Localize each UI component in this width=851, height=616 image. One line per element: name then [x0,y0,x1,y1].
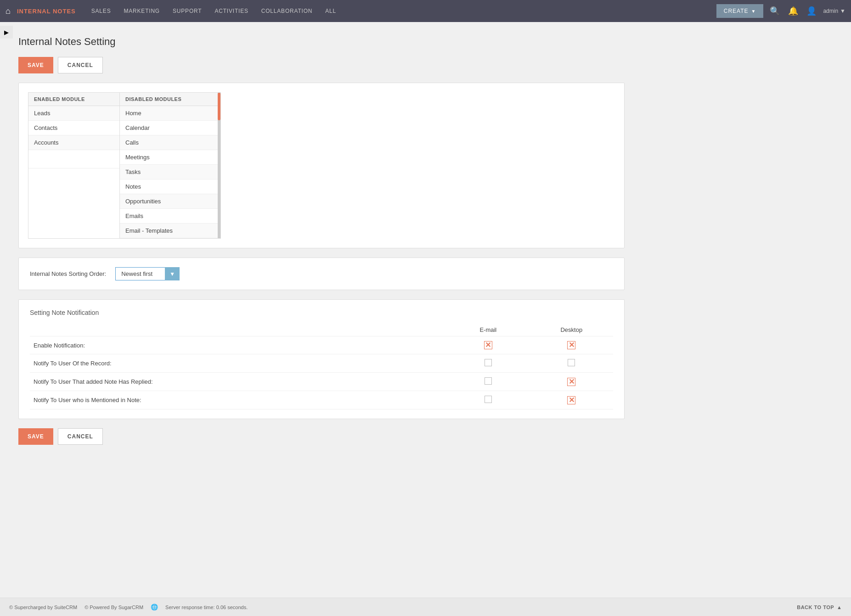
page-title: Internal Notes Setting [18,36,625,48]
top-action-bar: SAVE CANCEL [18,57,625,73]
top-cancel-button[interactable]: CANCEL [58,57,103,73]
create-dropdown-arrow: ▼ [751,9,756,14]
notif-row-mentioned: Notify To User who is Mentioned in Note:… [30,391,613,409]
notif-email-mentioned[interactable] [446,391,530,409]
notif-email-col-header: E-mail [446,324,530,336]
admin-label[interactable]: admin ▼ [823,8,845,14]
disabled-module-notes[interactable]: Notes [120,179,220,194]
disabled-module-home[interactable]: Home [120,106,220,121]
notif-row-user-record: Notify To User Of the Record: [30,354,613,373]
notifications-button[interactable]: 🔔 [786,4,800,18]
disabled-module-opportunities[interactable]: Opportunities [120,194,220,209]
nav-item-sales[interactable]: SALES [85,0,118,22]
disabled-module-tasks[interactable]: Tasks [120,165,220,179]
notif-desktop-mentioned[interactable]: ✕ [530,391,613,409]
checkbox-empty-icon [485,396,492,403]
check-x-icon: ✕ [567,396,575,404]
disabled-modules-header: DISABLED MODULES [120,93,220,106]
app-name[interactable]: INTERNAL NOTES [17,8,76,15]
notif-label-user-record: Notify To User Of the Record: [30,354,446,373]
disabled-modules-col: DISABLED MODULES Home Calendar Calls Mee… [120,92,221,239]
admin-dropdown-arrow: ▼ [840,8,845,14]
nav-item-activities[interactable]: ACTIVITIES [208,0,254,22]
notification-table: E-mail Desktop Enable Notification: ✕ ✕ [30,324,613,409]
notif-label-note-replied: Notify To User That added Note Has Repli… [30,373,446,391]
notif-desktop-col-header: Desktop [530,324,613,336]
enabled-module-accounts[interactable]: Accounts [28,135,119,150]
notif-label-mentioned: Notify To User who is Mentioned in Note: [30,391,446,409]
sidebar-toggle-button[interactable]: ▶ [0,26,13,39]
notif-email-enable[interactable]: ✕ [446,336,530,354]
scroll-thumb [218,93,220,120]
sort-dropdown-button[interactable]: ▼ [165,267,180,280]
disabled-module-emails[interactable]: Emails [120,209,220,224]
disabled-module-calls[interactable]: Calls [120,135,220,150]
scroll-indicator [218,93,220,238]
enabled-modules-col: ENABLED MODULE Leads Contacts Accounts [28,92,120,239]
sorting-panel: Internal Notes Sorting Order: Newest fir… [18,258,625,290]
nav-item-collaboration[interactable]: COLLABORATION [255,0,319,22]
checkbox-empty-icon [485,359,492,366]
create-button[interactable]: CREATE ▼ [716,4,764,18]
notif-desktop-user-record[interactable] [530,354,613,373]
main-content: Internal Notes Setting SAVE CANCEL ENABL… [0,22,643,468]
nav-right: CREATE ▼ 🔍 🔔 👤 admin ▼ [716,4,845,18]
search-button[interactable]: 🔍 [768,4,782,18]
notif-desktop-enable[interactable]: ✕ [530,336,613,354]
enabled-module-leads[interactable]: Leads [28,106,119,121]
notif-email-note-replied[interactable] [446,373,530,391]
check-x-icon: ✕ [567,378,575,386]
check-x-icon: ✕ [567,341,575,349]
bottom-save-button[interactable]: SAVE [18,428,53,445]
disabled-module-meetings[interactable]: Meetings [120,150,220,165]
notif-row-enable: Enable Notification: ✕ ✕ [30,336,613,354]
bottom-action-bar: SAVE CANCEL [18,428,625,445]
checkbox-empty-icon [485,377,492,385]
sorting-label: Internal Notes Sorting Order: [30,270,106,277]
checkbox-empty-icon [568,359,575,366]
home-icon[interactable]: ⌂ [6,6,11,16]
disabled-module-email-templates[interactable]: Email - Templates [120,224,220,238]
check-x-icon: ✕ [484,341,492,349]
notif-label-enable: Enable Notification: [30,336,446,354]
nav-item-support[interactable]: SUPPORT [166,0,208,22]
enabled-modules-header: ENABLED MODULE [28,93,119,106]
disabled-module-calendar[interactable]: Calendar [120,121,220,135]
sort-select-wrapper: Newest first Oldest first ▼ [115,267,180,280]
notif-desktop-note-replied[interactable]: ✕ [530,373,613,391]
nav-items: SALES MARKETING SUPPORT ACTIVITIES COLLA… [85,0,716,22]
top-save-button[interactable]: SAVE [18,57,53,73]
notification-panel: Setting Note Notification E-mail Desktop… [18,299,625,419]
bottom-cancel-button[interactable]: CANCEL [58,428,103,445]
user-avatar[interactable]: 👤 [805,4,818,18]
notif-email-user-record[interactable] [446,354,530,373]
nav-item-all[interactable]: ALL [319,0,343,22]
modules-grid: ENABLED MODULE Leads Contacts Accounts D… [28,92,615,239]
enabled-module-contacts[interactable]: Contacts [28,121,119,135]
modules-panel: ENABLED MODULE Leads Contacts Accounts D… [18,83,625,248]
enabled-module-empty [28,150,119,168]
notif-row-note-replied: Notify To User That added Note Has Repli… [30,373,613,391]
navbar: ⌂ INTERNAL NOTES SALES MARKETING SUPPORT… [0,0,851,22]
notification-title: Setting Note Notification [30,309,613,316]
notif-label-col-header [30,324,446,336]
nav-item-marketing[interactable]: MARKETING [117,0,166,22]
